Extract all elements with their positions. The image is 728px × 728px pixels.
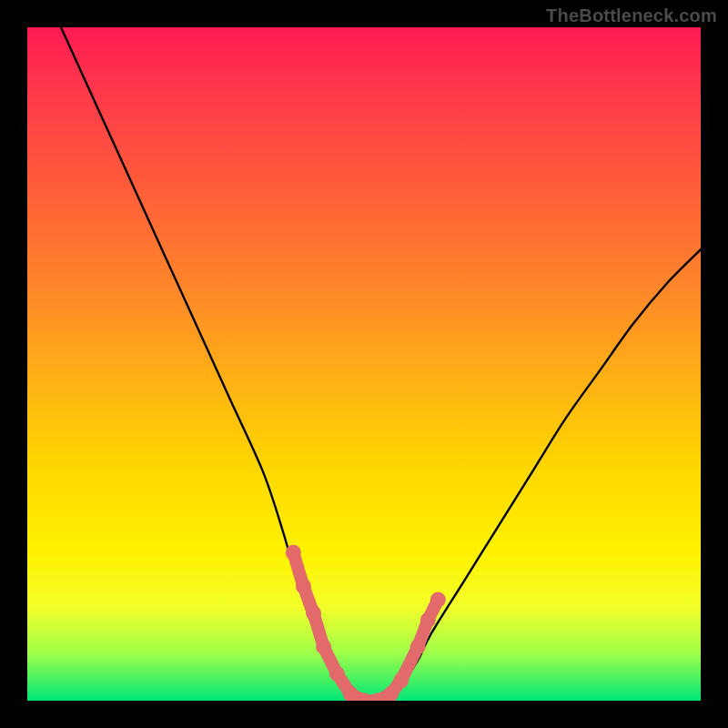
highlight-dot <box>430 592 446 608</box>
highlight-dot <box>306 605 321 621</box>
highlight-dot <box>410 639 426 654</box>
highlight-dot <box>316 639 331 654</box>
highlight-dot <box>420 612 436 628</box>
highlight-stroke <box>293 552 438 701</box>
highlight-dot <box>286 545 301 561</box>
bottleneck-curve <box>61 27 701 701</box>
plot-area <box>27 27 701 701</box>
highlight-dot <box>296 579 311 594</box>
watermark-text: TheBottleneck.com <box>546 5 717 26</box>
highlight-dots <box>286 545 446 701</box>
highlight-dot <box>393 672 409 688</box>
chart-frame: TheBottleneck.com <box>0 0 728 728</box>
curve-svg <box>27 27 701 701</box>
highlight-dot <box>329 666 345 682</box>
